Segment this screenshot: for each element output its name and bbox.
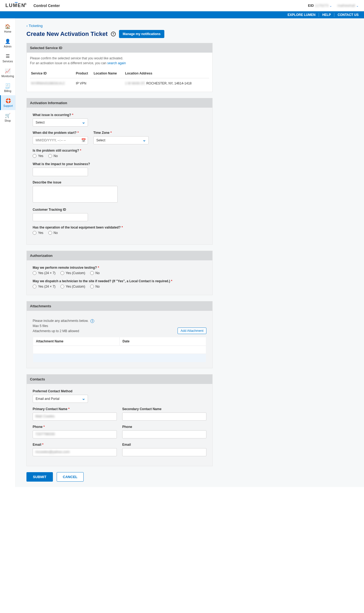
sidebar-item-shop[interactable]: 🛒Shop: [0, 110, 15, 125]
panel-header: Contacts: [27, 374, 212, 384]
issue-label: What issue is occurring?: [33, 113, 206, 117]
secondary-email-label: Email: [122, 443, 206, 447]
page-title: Create New Activation Ticket: [26, 30, 108, 38]
remote-testing-label: May we perform remote intrusive testing?: [33, 266, 206, 270]
describe-textarea[interactable]: [33, 186, 118, 203]
global-nav-bar: EXPLORE LUMEN HELP CONTACT US: [0, 11, 364, 18]
timezone-select[interactable]: Select: [93, 136, 149, 144]
remote-yes247-radio[interactable]: Yes (24 × 7): [33, 271, 56, 275]
sidebar-item-home[interactable]: 🏠Home: [0, 21, 15, 36]
still-no-radio[interactable]: No: [48, 154, 58, 158]
sidebar-item-services[interactable]: ☰Services: [0, 51, 15, 66]
still-occurring-label: Is the problem still occurring?: [33, 149, 206, 152]
attachments-table: Attachment Name Date: [33, 337, 206, 363]
panel-header: Activation Information: [27, 98, 212, 108]
user-dropdown[interactable]: mathewhall⌄: [337, 4, 359, 8]
chevron-down-icon: ⌄: [329, 4, 332, 7]
chevron-down-icon: ⌄: [356, 4, 359, 7]
service-table: Service ID Product Location Name Locatio…: [30, 69, 209, 88]
info-icon[interactable]: i: [90, 319, 94, 323]
validated-yes-radio[interactable]: Yes: [33, 231, 43, 235]
submit-button[interactable]: SUBMIT: [26, 472, 53, 482]
impact-label: What is the impact to your business?: [33, 162, 206, 166]
user-circle-icon: 👤: [1, 39, 15, 44]
help-link[interactable]: HELP: [319, 13, 334, 17]
sidebar-item-billing[interactable]: 🧾Billing: [0, 80, 15, 95]
primary-phone-label: Phone: [33, 425, 117, 429]
problem-start-input[interactable]: [33, 136, 88, 144]
describe-label: Describe the issue: [33, 181, 206, 184]
activity-icon: 📈: [1, 68, 15, 74]
panel-header: Attachments: [27, 301, 212, 311]
validated-no-radio[interactable]: No: [48, 231, 58, 235]
secondary-name-input[interactable]: [122, 413, 206, 421]
primary-name-label: Primary Contact Name: [33, 407, 117, 411]
hint-text: Please confirm the selected service that…: [30, 56, 209, 66]
panel-header: Authorization: [27, 251, 212, 260]
secondary-email-input[interactable]: [122, 448, 206, 456]
support-icon: 🛟: [1, 98, 15, 104]
dispatch-yescustom-radio[interactable]: Yes (Custom): [60, 285, 85, 288]
contact-us-link[interactable]: CONTACT US: [334, 13, 359, 17]
list-icon: ☰: [1, 53, 15, 59]
search-again-link[interactable]: search again: [107, 61, 126, 65]
contacts-panel: Contacts Preferred Contact Method Email …: [26, 374, 213, 466]
contact-method-select[interactable]: Email and Portal: [33, 395, 88, 403]
still-yes-radio[interactable]: Yes: [33, 154, 43, 158]
secondary-phone-input[interactable]: [122, 430, 206, 438]
app-title: Control Center: [33, 4, 60, 8]
breadcrumb[interactable]: ‹Ticketing: [26, 24, 213, 28]
activation-info-panel: Activation Information What issue is occ…: [26, 98, 213, 245]
tracking-input[interactable]: [33, 213, 88, 221]
sidebar-item-admin[interactable]: 👤Admin: [0, 36, 15, 51]
sidebar-item-support[interactable]: 🛟Support: [0, 95, 15, 110]
document-icon: 🧾: [1, 83, 15, 89]
authorization-panel: Authorization May we perform remote intr…: [26, 251, 213, 295]
form-actions: SUBMIT CANCEL: [26, 472, 213, 482]
sidebar-item-monitoring[interactable]: 📈Monitoring: [0, 66, 15, 80]
attachments-hint: Please include any attachments below. i …: [33, 318, 94, 334]
manage-notifications-button[interactable]: Manage my notifications: [119, 30, 164, 38]
primary-email-label: Email: [33, 443, 117, 447]
validated-label: Has the operation of the local equipment…: [33, 226, 206, 229]
dispatch-label: May we dispatch a technician to the site…: [33, 279, 206, 283]
impact-input[interactable]: [33, 168, 88, 176]
lumen-logo: LUMEN®: [5, 3, 25, 8]
secondary-name-label: Secondary Contact Name: [122, 407, 206, 411]
issue-select[interactable]: Select: [33, 118, 88, 127]
attachments-panel: Attachments Please include any attachmen…: [26, 301, 213, 368]
secondary-phone-label: Phone: [122, 425, 206, 429]
sidebar: 🏠Home 👤Admin ☰Services 📈Monitoring 🧾Bill…: [0, 18, 16, 487]
dispatch-yes247-radio[interactable]: Yes (24 × 7): [33, 285, 56, 288]
help-icon[interactable]: ?: [111, 32, 116, 36]
tracking-label: Customer Tracking ID: [33, 208, 206, 212]
when-label: When did the problem start?: [33, 131, 88, 135]
remote-yescustom-radio[interactable]: Yes (Custom): [60, 271, 85, 275]
cart-icon: 🛒: [1, 113, 15, 118]
top-header: LUMEN® Control Center EID 1170273⌄ mathe…: [0, 0, 364, 11]
panel-header: Selected Service ID: [27, 43, 212, 53]
explore-lumen-link[interactable]: EXPLORE LUMEN: [284, 13, 319, 17]
cancel-button[interactable]: CANCEL: [57, 472, 84, 482]
table-row: NY/IRMA/010803/LVLC IP VPN 1 W MAIN ST, …: [30, 78, 209, 89]
eid-dropdown[interactable]: EID 1170273⌄: [308, 4, 332, 8]
home-icon: 🏠: [1, 24, 15, 29]
remote-no-radio[interactable]: No: [90, 271, 100, 275]
chevron-left-icon: ‹: [26, 24, 28, 28]
selected-service-panel: Selected Service ID Please confirm the s…: [26, 43, 213, 92]
contact-method-label: Preferred Contact Method: [33, 389, 206, 393]
add-attachment-button[interactable]: Add Attachment: [178, 328, 206, 334]
dispatch-no-radio[interactable]: No: [90, 285, 100, 288]
tz-label: Time Zone: [93, 131, 149, 135]
